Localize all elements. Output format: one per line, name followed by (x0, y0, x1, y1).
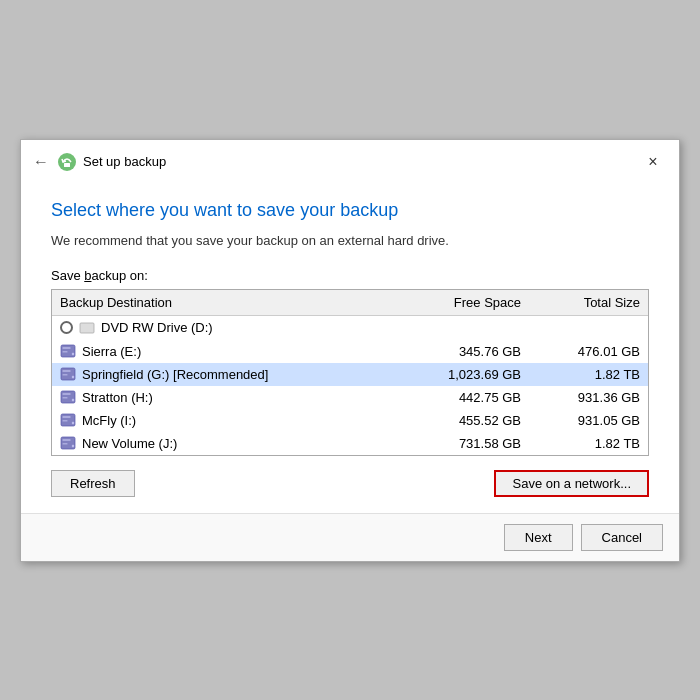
page-title: Select where you want to save your backu… (51, 200, 649, 221)
footer: Next Cancel (21, 513, 679, 561)
svg-rect-7 (63, 351, 68, 353)
action-buttons-row: Refresh Save on a network... (51, 470, 649, 497)
svg-point-0 (58, 153, 76, 171)
free-space-cell: 731.58 GB (394, 432, 529, 455)
total-size-cell: 1.82 TB (529, 363, 648, 386)
drive-name-cell: Springfield (G:) [Recommended] (52, 363, 394, 386)
svg-rect-15 (63, 397, 68, 399)
total-size-cell: 931.05 GB (529, 409, 648, 432)
total-size-cell: 931.36 GB (529, 386, 648, 409)
dvd-icon (79, 320, 95, 336)
drive-name-text: McFly (I:) (82, 413, 136, 428)
table-row[interactable]: New Volume (J:)731.58 GB1.82 TB (52, 432, 648, 455)
total-size-cell (529, 315, 648, 340)
free-space-cell: 1,023.69 GB (394, 363, 529, 386)
svg-rect-10 (63, 370, 71, 372)
table-row[interactable]: DVD RW Drive (D:) (52, 315, 648, 340)
drives-list[interactable]: DVD RW Drive (D:) Sierra (E:)345.76 GB47… (52, 315, 648, 455)
hdd-icon (60, 390, 76, 404)
svg-rect-6 (63, 347, 71, 349)
drive-name-cell: Sierra (E:) (52, 340, 394, 363)
title-bar-left: ← Set up backup (33, 152, 166, 172)
total-size-cell: 1.82 TB (529, 432, 648, 455)
save-on-network-button[interactable]: Save on a network... (494, 470, 649, 497)
drive-name-text: Stratton (H:) (82, 390, 153, 405)
save-label: Save backup on: (51, 268, 649, 283)
recommendation-text: We recommend that you save your backup o… (51, 233, 649, 248)
main-content: Select where you want to save your backu… (21, 180, 679, 513)
close-button[interactable]: × (639, 148, 667, 176)
table-row[interactable]: McFly (I:)455.52 GB931.05 GB (52, 409, 648, 432)
drive-name-text: DVD RW Drive (D:) (101, 320, 213, 335)
hdd-icon (60, 344, 76, 358)
svg-rect-2 (80, 323, 94, 333)
svg-point-16 (72, 399, 74, 401)
svg-point-20 (72, 422, 74, 424)
drives-table: Backup Destination Free Space Total Size… (52, 290, 648, 455)
table-row[interactable]: Sierra (E:)345.76 GB476.01 GB (52, 340, 648, 363)
radio-button[interactable] (60, 321, 73, 334)
table-header-row: Backup Destination Free Space Total Size (52, 290, 648, 316)
hdd-icon (60, 413, 76, 427)
svg-rect-14 (63, 393, 71, 395)
cancel-button[interactable]: Cancel (581, 524, 663, 551)
svg-rect-1 (64, 163, 70, 167)
hdd-icon (60, 367, 76, 381)
table-row[interactable]: Stratton (H:)442.75 GB931.36 GB (52, 386, 648, 409)
svg-rect-19 (63, 420, 68, 422)
drive-name-text: Sierra (E:) (82, 344, 141, 359)
table-row[interactable]: Springfield (G:) [Recommended]1,023.69 G… (52, 363, 648, 386)
drive-name-cell: New Volume (J:) (52, 432, 394, 455)
svg-rect-23 (63, 443, 68, 445)
svg-point-12 (72, 376, 74, 378)
svg-point-24 (72, 445, 74, 447)
title-bar: ← Set up backup × (21, 140, 679, 180)
drive-name-cell: Stratton (H:) (52, 386, 394, 409)
free-space-cell: 345.76 GB (394, 340, 529, 363)
window-title: Set up backup (83, 154, 166, 169)
back-button[interactable]: ← (33, 153, 49, 171)
drive-name-cell: McFly (I:) (52, 409, 394, 432)
refresh-button[interactable]: Refresh (51, 470, 135, 497)
drive-name-text: Springfield (G:) [Recommended] (82, 367, 268, 382)
backup-window: ← Set up backup × Select where you want … (20, 139, 680, 562)
free-space-cell: 442.75 GB (394, 386, 529, 409)
col-destination: Backup Destination (52, 290, 394, 316)
drive-name-text: New Volume (J:) (82, 436, 177, 451)
col-free-space: Free Space (394, 290, 529, 316)
hdd-icon (60, 436, 76, 450)
svg-rect-11 (63, 374, 68, 376)
drive-name-cell: DVD RW Drive (D:) (52, 315, 394, 340)
backup-icon (57, 152, 77, 172)
svg-rect-22 (63, 439, 71, 441)
next-button[interactable]: Next (504, 524, 573, 551)
free-space-cell: 455.52 GB (394, 409, 529, 432)
drives-table-container: Backup Destination Free Space Total Size… (51, 289, 649, 456)
total-size-cell: 476.01 GB (529, 340, 648, 363)
col-total-size: Total Size (529, 290, 648, 316)
svg-rect-18 (63, 416, 71, 418)
svg-point-8 (72, 353, 74, 355)
free-space-cell (394, 315, 529, 340)
